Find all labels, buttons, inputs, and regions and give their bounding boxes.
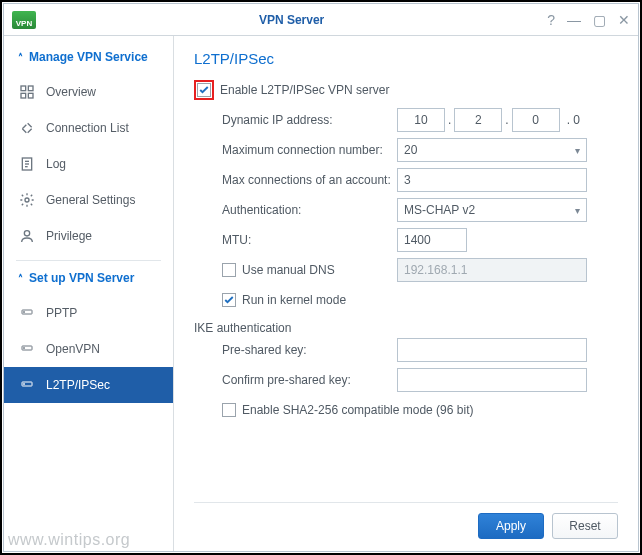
sidebar-item-connection-list[interactable]: Connection List [4,110,173,146]
dns-input [397,258,587,282]
select-value: MS-CHAP v2 [404,203,475,217]
svg-point-8 [25,198,29,202]
ip-octet-1[interactable] [397,108,445,132]
vpn-badge-icon: VPN [12,11,36,29]
chevron-up-icon: ˄ [18,273,23,284]
sidebar-item-label: General Settings [46,193,135,207]
svg-point-11 [24,312,25,313]
titlebar: VPN VPN Server ? — ▢ ✕ [4,4,638,36]
svg-point-15 [24,384,25,385]
divider [16,260,161,261]
psk-confirm-label: Confirm pre-shared key: [222,373,397,387]
sidebar-item-log[interactable]: Log [4,146,173,182]
svg-rect-2 [21,93,26,98]
sha2-checkbox[interactable] [222,403,236,417]
user-icon [18,227,36,245]
sidebar-item-privilege[interactable]: Privilege [4,218,173,254]
mtu-label: MTU: [222,233,397,247]
psk-confirm-input[interactable] [397,368,587,392]
sidebar-item-general-settings[interactable]: General Settings [4,182,173,218]
svg-point-13 [24,348,25,349]
section-manage-vpn[interactable]: ˄ Manage VPN Service [4,46,173,74]
max-acc-label: Max connections of an account: [222,173,397,187]
overview-icon [18,83,36,101]
gear-icon [18,191,36,209]
svg-rect-1 [28,86,33,91]
sidebar-item-label: L2TP/IPSec [46,378,110,392]
svg-point-9 [24,231,29,236]
kernel-mode-checkbox[interactable] [222,293,236,307]
close-icon[interactable]: ✕ [618,12,630,28]
mtu-input[interactable] [397,228,467,252]
kernel-mode-label: Run in kernel mode [242,293,346,307]
footer: Apply Reset [194,502,618,551]
sidebar: ˄ Manage VPN Service Overview Connection… [4,36,174,551]
manual-dns-label: Use manual DNS [242,263,335,277]
server-icon [18,340,36,358]
sidebar-item-l2tp-ipsec[interactable]: L2TP/IPSec [4,367,173,403]
select-value: 20 [404,143,417,157]
max-conn-select[interactable]: 20 ▾ [397,138,587,162]
svg-rect-0 [21,86,26,91]
section-label: Manage VPN Service [29,50,148,64]
sidebar-item-overview[interactable]: Overview [4,74,173,110]
chevron-up-icon: ˄ [18,52,23,63]
log-icon [18,155,36,173]
manual-dns-checkbox[interactable] [222,263,236,277]
sidebar-item-openvpn[interactable]: OpenVPN [4,331,173,367]
psk-label: Pre-shared key: [222,343,397,357]
sidebar-item-pptp[interactable]: PPTP [4,295,173,331]
sidebar-item-label: OpenVPN [46,342,100,356]
auth-label: Authentication: [222,203,397,217]
max-acc-input[interactable] [397,168,587,192]
highlight-enable-checkbox [194,80,214,100]
ip-octet-3[interactable] [512,108,560,132]
apply-button[interactable]: Apply [478,513,544,539]
svg-rect-3 [28,93,33,98]
chevron-down-icon: ▾ [575,205,580,216]
vpn-server-window: VPN VPN Server ? — ▢ ✕ ˄ Manage VPN Serv… [3,3,639,552]
reset-button[interactable]: Reset [552,513,618,539]
enable-l2tp-label: Enable L2TP/IPSec VPN server [220,83,389,97]
max-conn-label: Maximum connection number: [222,143,397,157]
connection-icon [18,119,36,137]
auth-select[interactable]: MS-CHAP v2 ▾ [397,198,587,222]
ip-last-octet-static: . 0 [567,113,580,127]
page-title: L2TP/IPSec [194,50,618,67]
enable-l2tp-checkbox[interactable] [197,83,211,97]
ike-auth-heading: IKE authentication [194,317,618,337]
sidebar-item-label: Overview [46,85,96,99]
minimize-icon[interactable]: — [567,12,581,28]
content-panel: L2TP/IPSec Enable L2TP/IPSec VPN server … [174,36,638,551]
dynamic-ip-label: Dynamic IP address: [222,113,397,127]
psk-input[interactable] [397,338,587,362]
chevron-down-icon: ▾ [575,145,580,156]
maximize-icon[interactable]: ▢ [593,12,606,28]
section-label: Set up VPN Server [29,271,134,285]
server-icon [18,376,36,394]
window-title: VPN Server [36,13,547,27]
sidebar-item-label: PPTP [46,306,77,320]
server-icon [18,304,36,322]
sidebar-item-label: Connection List [46,121,129,135]
ip-octet-2[interactable] [454,108,502,132]
help-icon[interactable]: ? [547,12,555,28]
sidebar-item-label: Privilege [46,229,92,243]
section-setup-vpn[interactable]: ˄ Set up VPN Server [4,267,173,295]
sidebar-item-label: Log [46,157,66,171]
sha2-label: Enable SHA2-256 compatible mode (96 bit) [242,403,473,417]
